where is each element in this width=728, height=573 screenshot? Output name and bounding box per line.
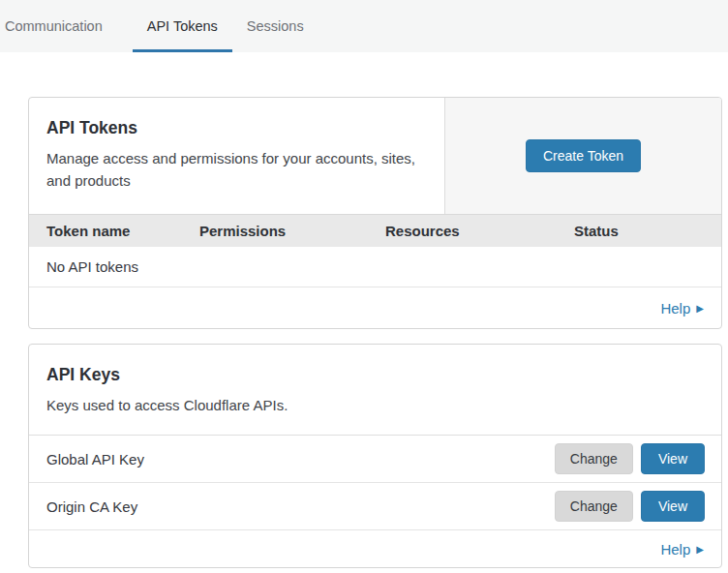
api-keys-card: API Keys Keys used to access Cloudflare … — [28, 344, 722, 568]
api-keys-card-footer: Help ▶ — [29, 530, 721, 567]
origin-ca-key-view-button[interactable]: View — [641, 491, 705, 522]
tab-api-tokens[interactable]: API Tokens — [133, 0, 232, 52]
api-keys-title: API Keys — [46, 365, 704, 385]
api-keys-description: Keys used to access Cloudflare APIs. — [46, 394, 704, 416]
tab-sessions[interactable]: Sessions — [232, 0, 318, 52]
api-tokens-card-footer: Help ▶ — [29, 287, 721, 328]
column-status: Status — [574, 223, 721, 239]
tab-communication[interactable]: Communication — [5, 0, 117, 52]
create-token-button[interactable]: Create Token — [526, 139, 641, 172]
api-tokens-card: API Tokens Manage access and permissions… — [28, 97, 722, 329]
help-link-label: Help — [660, 300, 690, 317]
help-arrow-icon: ▶ — [696, 302, 704, 314]
token-table-header: Token name Permissions Resources Status — [29, 214, 721, 247]
token-table-empty-row: No API tokens — [29, 247, 721, 287]
api-tokens-help-link[interactable]: Help ▶ — [660, 300, 704, 317]
api-tokens-description: Manage access and permissions for your a… — [46, 147, 425, 193]
origin-ca-key-change-button[interactable]: Change — [555, 491, 633, 522]
api-tokens-card-header-text: API Tokens Manage access and permissions… — [29, 98, 444, 214]
origin-ca-key-label: Origin CA Key — [46, 498, 555, 515]
column-resources: Resources — [385, 223, 574, 239]
tab-bar: Communication API Tokens Sessions — [0, 0, 728, 52]
help-link-label: Help — [660, 541, 690, 558]
global-api-key-label: Global API Key — [46, 451, 555, 467]
api-keys-help-link[interactable]: Help ▶ — [660, 541, 704, 558]
empty-tokens-message: No API tokens — [46, 258, 138, 275]
help-arrow-icon: ▶ — [696, 543, 704, 555]
global-api-key-change-button[interactable]: Change — [555, 443, 633, 474]
origin-ca-key-row: Origin CA Key Change View — [29, 483, 721, 530]
api-keys-card-header: API Keys Keys used to access Cloudflare … — [29, 345, 721, 436]
global-api-key-row: Global API Key Change View — [29, 436, 721, 483]
api-tokens-title: API Tokens — [46, 118, 425, 138]
column-token-name: Token name — [46, 223, 199, 239]
global-api-key-view-button[interactable]: View — [641, 443, 705, 474]
api-tokens-card-header: API Tokens Manage access and permissions… — [29, 98, 721, 214]
column-permissions: Permissions — [199, 223, 385, 239]
api-tokens-card-action-panel: Create Token — [444, 98, 721, 214]
